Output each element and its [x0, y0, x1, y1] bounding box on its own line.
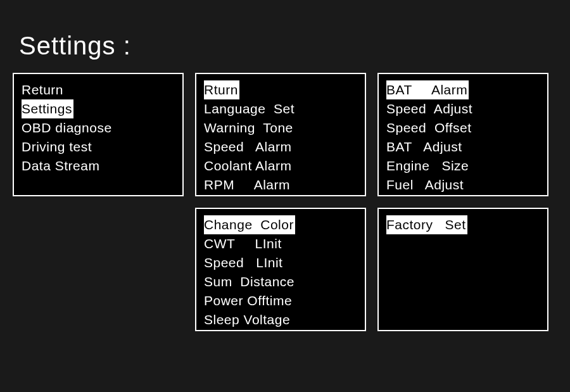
menu-item-change-color[interactable]: Change Color: [204, 215, 295, 234]
menu-item-rpm-alarm[interactable]: RPM Alarm: [196, 175, 365, 194]
menu-item-speed-alarm[interactable]: Speed Alarm: [196, 137, 365, 156]
menu-item-engine-size[interactable]: Engine Size: [379, 156, 547, 175]
panels-grid: Return Settings OBD diagnose Driving tes…: [0, 73, 570, 331]
menu-item-fuel-adjust[interactable]: Fuel Adjust: [379, 175, 547, 194]
page-title: Settings :: [0, 0, 570, 73]
panel-main-menu: Return Settings OBD diagnose Driving tes…: [13, 73, 184, 196]
menu-item-coolant-alarm[interactable]: Coolant Alarm: [196, 156, 365, 175]
menu-item-return[interactable]: Return: [14, 80, 182, 99]
menu-item-data-stream[interactable]: Data Stream: [14, 156, 182, 175]
menu-item-factory-set[interactable]: Factory Set: [386, 215, 467, 234]
menu-item-obd-diagnose[interactable]: OBD diagnose: [14, 118, 182, 137]
menu-item-speed-adjust[interactable]: Speed Adjust: [379, 99, 547, 118]
menu-item-settings[interactable]: Settings: [22, 99, 73, 118]
panel-settings-3: Change Color CWT LInit Speed LInit Sum D…: [195, 208, 366, 331]
menu-item-sleep-voltage[interactable]: Sleep Voltage: [196, 310, 365, 329]
menu-item-power-offtime[interactable]: Power Offtime: [196, 291, 365, 310]
panel-settings-2: BAT Alarm Speed Adjust Speed Offset BAT …: [377, 73, 548, 196]
menu-item-cwt-linit[interactable]: CWT LInit: [196, 234, 365, 253]
panel-settings-4: Factory Set: [377, 208, 548, 331]
menu-item-driving-test[interactable]: Driving test: [14, 137, 182, 156]
menu-item-language-set[interactable]: Language Set: [196, 99, 365, 118]
menu-item-speed-linit[interactable]: Speed LInit: [196, 253, 365, 272]
menu-item-rturn[interactable]: Rturn: [204, 80, 239, 99]
menu-item-bat-adjust[interactable]: BAT Adjust: [379, 137, 547, 156]
menu-item-sum-distance[interactable]: Sum Distance: [196, 272, 365, 291]
menu-item-bat-alarm[interactable]: BAT Alarm: [386, 80, 469, 99]
menu-item-speed-offset[interactable]: Speed Offset: [379, 118, 547, 137]
panel-settings-1: Rturn Language Set Warning Tone Speed Al…: [195, 73, 366, 196]
menu-item-warning-tone[interactable]: Warning Tone: [196, 118, 365, 137]
